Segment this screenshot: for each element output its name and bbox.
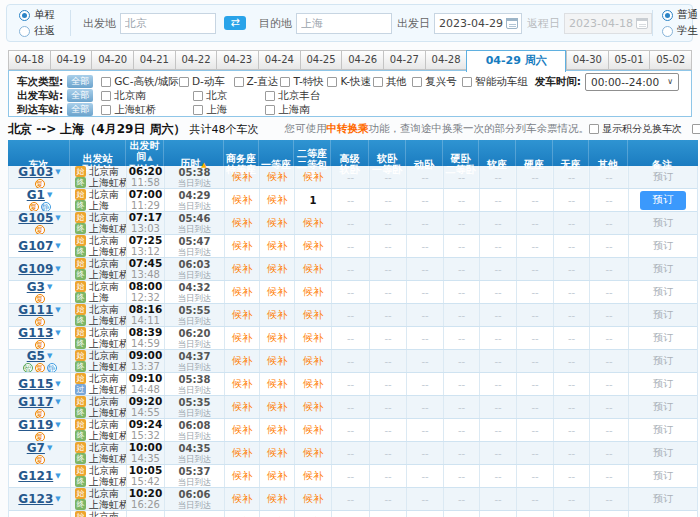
seat-cell-1[interactable]: 候补 (260, 396, 295, 418)
waitlist-text[interactable]: 候补 (267, 170, 287, 184)
transfer-link[interactable]: 中转换乘 (327, 122, 369, 134)
sort-asc-icon[interactable]: ▲ (147, 154, 152, 162)
chevron-down-icon[interactable]: ▼ (47, 283, 52, 291)
chevron-down-icon[interactable]: ▼ (47, 444, 52, 452)
chevron-down-icon[interactable]: ▼ (55, 421, 60, 429)
waitlist-text[interactable]: 候补 (303, 308, 323, 322)
waitlist-text[interactable]: 候补 (267, 285, 287, 299)
filter-option[interactable]: T-特快 (280, 75, 327, 89)
train-number-link[interactable]: G103 (18, 166, 53, 179)
checkbox-icon[interactable] (101, 105, 111, 115)
waitlist-text[interactable]: 候补 (232, 262, 252, 276)
waitlist-text[interactable]: 候补 (267, 216, 287, 230)
seat-cell-1[interactable]: 候补 (260, 166, 295, 188)
seat-cell-2[interactable]: 候补 (295, 488, 332, 510)
seat-cell-2[interactable]: 候补 (295, 373, 332, 395)
checkbox-icon[interactable] (589, 124, 599, 134)
checkbox-icon[interactable] (101, 91, 111, 101)
waitlist-text[interactable]: 候补 (267, 331, 287, 345)
date-tab-04-29 周六[interactable]: 04-29 周六 (466, 50, 566, 72)
seat-cell-2[interactable]: 候补 (295, 235, 332, 257)
date-tab-04-25[interactable]: 04-25 (300, 50, 342, 70)
waitlist-text[interactable]: 候补 (267, 262, 287, 276)
waitlist-text[interactable]: 候补 (232, 446, 252, 460)
chevron-down-icon[interactable]: ▼ (47, 352, 52, 360)
seat-cell-2[interactable]: 候补 (295, 419, 332, 441)
seat-cell-2[interactable]: 候补 (295, 281, 332, 303)
waitlist-text[interactable]: 候补 (303, 262, 323, 276)
seat-cell-0[interactable]: 候补 (225, 212, 260, 234)
seat-cell-1[interactable]: 候补 (260, 304, 295, 326)
filter-all-button[interactable]: 全部 (67, 103, 93, 116)
waitlist-text[interactable]: 候补 (267, 469, 287, 483)
train-number-link[interactable]: G113 (18, 327, 53, 340)
filter-all-button[interactable]: 全部 (67, 75, 93, 88)
filter-option[interactable]: 上海南 (265, 103, 361, 117)
train-number-link[interactable]: G117 (18, 396, 53, 409)
date-tab-04-26[interactable]: 04-26 (341, 50, 383, 70)
chevron-down-icon[interactable]: ▼ (47, 191, 52, 199)
waitlist-text[interactable]: 候补 (232, 308, 252, 322)
date-tab-04-27[interactable]: 04-27 (383, 50, 425, 70)
passenger-student[interactable]: 学生 (662, 24, 698, 38)
train-number-link[interactable]: G121 (18, 469, 53, 483)
toggle-points-trains[interactable]: 显示积分兑换车次 (589, 122, 682, 136)
train-number-link[interactable]: G123 (18, 492, 53, 506)
seat-cell-0[interactable]: 候补 (225, 396, 260, 418)
waitlist-text[interactable]: 候补 (232, 170, 252, 184)
seat-cell-2[interactable]: 候补 (295, 465, 332, 487)
chevron-down-icon[interactable]: ▼ (55, 168, 60, 176)
filter-option[interactable]: K-快速 (327, 75, 372, 89)
seat-cell-1[interactable]: 候补 (260, 212, 295, 234)
filter-option[interactable]: 复兴号 (412, 75, 462, 89)
chevron-down-icon[interactable]: ▼ (55, 242, 60, 250)
to-station-input[interactable] (296, 13, 392, 34)
seat-cell-0[interactable]: 候补 (225, 465, 260, 487)
checkbox-icon[interactable] (193, 91, 203, 101)
date-tab-04-21[interactable]: 04-21 (133, 50, 175, 70)
radio-icon[interactable] (19, 10, 30, 21)
waitlist-text[interactable]: 候补 (232, 239, 252, 253)
train-number-link[interactable]: G105 (18, 212, 53, 225)
train-number-link[interactable]: G7 (27, 442, 45, 455)
waitlist-text[interactable]: 候补 (303, 469, 323, 483)
date-tab-04-22[interactable]: 04-22 (175, 50, 217, 70)
filter-option[interactable]: D-动车 (179, 75, 234, 89)
radio-icon[interactable] (662, 10, 673, 21)
seat-cell-0[interactable]: 候补 (225, 235, 260, 257)
seat-cell-2[interactable]: 候补 (295, 327, 332, 349)
checkbox-icon[interactable] (692, 124, 700, 134)
train-number-link[interactable]: G115 (18, 377, 53, 391)
filter-option[interactable]: GC-高铁/城际 (101, 75, 179, 89)
filter-all-button[interactable]: 全部 (67, 89, 93, 102)
train-number-link[interactable]: G109 (18, 262, 53, 276)
date-tab-04-20[interactable]: 04-20 (91, 50, 133, 70)
waitlist-text[interactable]: 候补 (232, 400, 252, 414)
checkbox-icon[interactable] (462, 77, 472, 87)
filter-option[interactable]: Z-直达 (234, 75, 281, 89)
filter-option[interactable]: 智能动车组 (462, 75, 535, 89)
seat-cell-0[interactable]: 候补 (225, 258, 260, 280)
radio-icon[interactable] (662, 26, 673, 37)
seat-cell-2[interactable]: 候补 (295, 258, 332, 280)
date-tab-04-23[interactable]: 04-23 (216, 50, 258, 70)
book-button[interactable]: 预订 (640, 191, 686, 210)
seat-cell-1[interactable]: 候补 (260, 419, 295, 441)
checkbox-icon[interactable] (234, 77, 244, 87)
waitlist-text[interactable]: 候补 (267, 308, 287, 322)
checkbox-icon[interactable] (373, 77, 383, 87)
waitlist-text[interactable]: 候补 (303, 331, 323, 345)
seat-cell-0[interactable]: 候补 (225, 304, 260, 326)
seat-cell-0[interactable]: 候补 (225, 442, 260, 464)
seat-cell-0[interactable]: 候补 (225, 189, 260, 211)
waitlist-text[interactable]: 候补 (303, 492, 323, 506)
chevron-down-icon[interactable]: ▼ (55, 398, 60, 406)
filter-option[interactable]: 上海 (193, 103, 265, 117)
waitlist-text[interactable]: 候补 (303, 400, 323, 414)
depart-time-select[interactable]: 00:00--24:00∨ (585, 73, 679, 91)
waitlist-text[interactable]: 候补 (232, 469, 252, 483)
date-tab-05-01[interactable]: 05-01 (608, 50, 650, 70)
waitlist-text[interactable]: 候补 (232, 377, 252, 391)
filter-option[interactable]: 北京 (193, 89, 265, 103)
seat-cell-0[interactable]: 候补 (225, 511, 260, 517)
